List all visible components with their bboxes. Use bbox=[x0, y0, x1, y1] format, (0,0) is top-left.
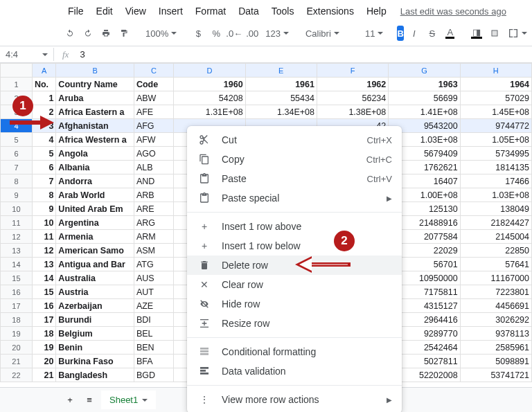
cell[interactable]: 9744772 bbox=[460, 119, 531, 133]
cell[interactable]: AUT bbox=[134, 285, 173, 299]
fill-color-button[interactable]: ◨ bbox=[469, 25, 484, 42]
cell[interactable]: Code bbox=[134, 78, 173, 91]
cell[interactable]: 138049 bbox=[460, 202, 531, 216]
cell[interactable]: 1.31E+08 bbox=[174, 105, 245, 119]
cell[interactable]: 11167000 bbox=[460, 271, 531, 285]
zoom-select[interactable]: 100% bbox=[143, 27, 179, 40]
cell[interactable]: 16 bbox=[32, 299, 55, 313]
cell[interactable]: 14 bbox=[32, 271, 55, 285]
cell[interactable]: 55434 bbox=[245, 91, 317, 105]
cell[interactable]: Armenia bbox=[56, 230, 134, 244]
cell[interactable]: Afghanistan bbox=[56, 119, 134, 133]
all-sheets-button[interactable]: ≡ bbox=[82, 392, 97, 409]
cell[interactable]: 9 bbox=[32, 202, 55, 216]
sheet-tab-menu-icon[interactable] bbox=[142, 399, 148, 402]
cell[interactable]: Argentina bbox=[56, 216, 134, 230]
menu-data[interactable]: Data bbox=[233, 3, 265, 19]
menu-edit[interactable]: Edit bbox=[91, 3, 118, 19]
cell[interactable]: Africa Eastern a bbox=[56, 105, 134, 119]
cell[interactable]: BEN bbox=[134, 341, 173, 355]
table-row[interactable]: 32Africa Eastern aAFE1.31E+081.34E+081.3… bbox=[1, 105, 532, 119]
cell[interactable]: 1 bbox=[32, 91, 55, 105]
cell[interactable]: 5734995 bbox=[460, 147, 531, 161]
context-paste-special[interactable]: Paste special ▶ bbox=[187, 188, 402, 208]
cell[interactable]: 19 bbox=[32, 341, 55, 355]
text-color-button[interactable]: A bbox=[443, 25, 458, 42]
col-header-G[interactable]: G bbox=[389, 64, 460, 78]
cell[interactable]: 57641 bbox=[460, 258, 531, 271]
cell[interactable]: Africa Western a bbox=[56, 133, 134, 147]
cell[interactable]: United Arab Em bbox=[56, 202, 134, 216]
col-header-E[interactable]: E bbox=[245, 64, 317, 78]
cell[interactable]: 7 bbox=[32, 174, 55, 188]
font-size-select[interactable]: 11 bbox=[362, 27, 386, 40]
context-copy[interactable]: Copy Ctrl+C bbox=[187, 150, 402, 169]
context-insert-below[interactable]: + Insert 1 row below bbox=[187, 236, 402, 256]
cell[interactable]: 2585961 bbox=[460, 341, 531, 355]
row-header[interactable]: 11 bbox=[1, 216, 33, 230]
currency-button[interactable]: $ bbox=[190, 25, 206, 42]
row-header[interactable]: 18 bbox=[1, 313, 33, 327]
col-header-H[interactable]: H bbox=[460, 64, 531, 78]
menu-file[interactable]: File bbox=[62, 3, 89, 19]
cell[interactable]: 13 bbox=[32, 258, 55, 271]
merge-cells-button[interactable] bbox=[505, 26, 530, 40]
cell[interactable]: 21 bbox=[32, 368, 55, 382]
row-header[interactable]: 21 bbox=[1, 355, 33, 368]
last-edit-label[interactable]: Last edit was seconds ago bbox=[400, 6, 506, 17]
cell[interactable]: AZE bbox=[134, 299, 173, 313]
cell[interactable]: 1.05E+08 bbox=[460, 133, 531, 147]
paint-format-button[interactable] bbox=[116, 25, 132, 42]
cell[interactable]: American Samo bbox=[56, 244, 134, 258]
menu-extensions[interactable]: Extensions bbox=[301, 3, 359, 19]
row-header[interactable]: 12 bbox=[1, 230, 33, 244]
cell[interactable]: 17 bbox=[32, 313, 55, 327]
table-row[interactable]: 21ArubaABW5420855434562345669957029 bbox=[1, 91, 532, 105]
cell[interactable]: 57029 bbox=[460, 91, 531, 105]
add-sheet-button[interactable]: + bbox=[62, 392, 78, 409]
select-all-corner[interactable] bbox=[1, 64, 33, 78]
context-hide-row[interactable]: Hide row bbox=[187, 294, 402, 314]
context-resize-row[interactable]: Resize row bbox=[187, 314, 402, 333]
cell[interactable]: 6 bbox=[32, 161, 55, 174]
cell[interactable]: ARE bbox=[134, 202, 173, 216]
decimal-increase-button[interactable]: .00 bbox=[245, 25, 260, 42]
cell[interactable]: 4456691 bbox=[460, 299, 531, 313]
cell[interactable]: ARG bbox=[134, 216, 173, 230]
cell[interactable]: 9378113 bbox=[460, 327, 531, 341]
cell[interactable]: 7223801 bbox=[460, 285, 531, 299]
cell[interactable]: 54208 bbox=[174, 91, 245, 105]
menu-insert[interactable]: Insert bbox=[153, 3, 188, 19]
cell[interactable]: 11 bbox=[32, 230, 55, 244]
cell[interactable]: 21824427 bbox=[460, 216, 531, 230]
cell[interactable]: Aruba bbox=[56, 91, 134, 105]
name-box[interactable]: 4:4 bbox=[0, 48, 54, 61]
cell[interactable]: 8 bbox=[32, 188, 55, 202]
cell[interactable]: Antigua and Bar bbox=[56, 258, 134, 271]
borders-button[interactable] bbox=[487, 25, 502, 42]
sheet-tab-sheet1[interactable]: Sheet1 bbox=[101, 391, 156, 409]
bold-button[interactable]: B bbox=[397, 26, 403, 41]
cell[interactable]: AUS bbox=[134, 271, 173, 285]
cell[interactable]: AGO bbox=[134, 147, 173, 161]
redo-button[interactable] bbox=[80, 25, 96, 42]
menu-view[interactable]: View bbox=[120, 3, 152, 19]
cell[interactable]: Austria bbox=[56, 285, 134, 299]
row-header[interactable]: 8 bbox=[1, 174, 33, 188]
cell[interactable]: 1.41E+08 bbox=[389, 105, 460, 119]
row-header[interactable]: 1 bbox=[1, 78, 33, 91]
cell[interactable]: Burkina Faso bbox=[56, 355, 134, 368]
cell[interactable]: 56699 bbox=[389, 91, 460, 105]
cell[interactable]: AFW bbox=[134, 133, 173, 147]
context-more-actions[interactable]: ⋮ View more row actions ▶ bbox=[187, 390, 402, 409]
cell[interactable]: ARM bbox=[134, 230, 173, 244]
menu-format[interactable]: Format bbox=[190, 3, 231, 19]
cell[interactable]: 5 bbox=[32, 147, 55, 161]
cell[interactable]: Benin bbox=[56, 341, 134, 355]
cell[interactable]: AND bbox=[134, 174, 173, 188]
cell[interactable]: Country Name bbox=[56, 78, 134, 91]
cell[interactable]: 1.38E+08 bbox=[317, 105, 388, 119]
cell[interactable]: BDI bbox=[134, 313, 173, 327]
cell[interactable]: 1.45E+08 bbox=[460, 105, 531, 119]
undo-button[interactable] bbox=[62, 25, 78, 42]
